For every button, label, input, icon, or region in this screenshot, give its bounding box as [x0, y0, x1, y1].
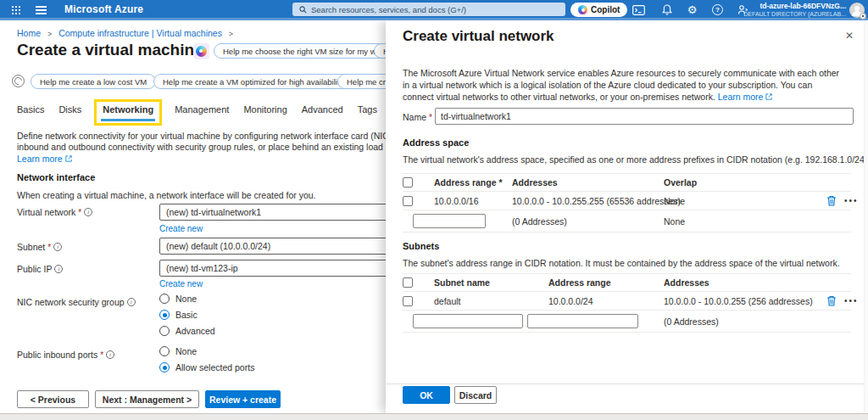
- inbound-ports-option-allow[interactable]: Allow selected ports: [159, 362, 254, 372]
- select-value: (new) default (10.0.0.0/24): [166, 241, 270, 251]
- breadcrumb-home[interactable]: Home: [17, 28, 41, 38]
- address-range-value: 10.0.0.0/16: [434, 196, 479, 206]
- col-subnet-name: Subnet name: [434, 277, 490, 288]
- panel-description-text: The Microsoft Azure Virtual Network serv…: [403, 68, 839, 102]
- copilot-suggestion-pill[interactable]: Help me create a low cost VM: [31, 74, 156, 89]
- virtual-network-create-new-link[interactable]: Create new: [159, 224, 203, 233]
- account-info[interactable]: td-azure-lab-66DFVNzG... DEFAULT DIRECTO…: [743, 3, 846, 18]
- copilot-button[interactable]: Copilot: [570, 3, 627, 17]
- breadcrumb: Home > Compute infrastructure | Virtual …: [17, 28, 237, 38]
- copilot-suggestion-pill[interactable]: Help me create a VM optimized for high a…: [153, 74, 353, 89]
- ok-button[interactable]: OK: [403, 386, 450, 404]
- info-icon[interactable]: i: [127, 298, 136, 306]
- tab-advanced[interactable]: Advanced: [302, 100, 343, 122]
- more-menu-icon[interactable]: ···: [174, 48, 186, 58]
- nic-nsg-option-none[interactable]: None: [159, 294, 197, 304]
- radio-label: Advanced: [175, 326, 215, 336]
- public-ip-create-new-link[interactable]: Create new: [159, 279, 203, 288]
- required-asterisk: *: [47, 243, 51, 252]
- hamburger-menu-icon[interactable]: [36, 6, 47, 8]
- new-subnet-range-input[interactable]: [527, 314, 638, 328]
- radio-selected-icon[interactable]: [159, 362, 170, 372]
- network-interface-heading: Network interface: [17, 172, 95, 182]
- radio-icon[interactable]: [159, 326, 170, 336]
- address-space-desc: The virtual network's address space, spe…: [403, 154, 868, 165]
- chevron-sep-icon: >: [225, 30, 237, 38]
- network-interface-desc: When creating a virtual machine, a netwo…: [17, 190, 316, 200]
- discard-button[interactable]: Discard: [454, 386, 497, 404]
- chevron-sep-icon: >: [43, 30, 56, 38]
- new-address-range-input[interactable]: [413, 214, 486, 228]
- info-icon[interactable]: i: [106, 350, 114, 359]
- pill-label: Help me create a VM optimized for high a…: [163, 77, 343, 87]
- breadcrumb-virtual-machines[interactable]: Compute infrastructure | Virtual machine…: [58, 28, 222, 38]
- avatar[interactable]: [849, 3, 865, 18]
- delete-trash-icon[interactable]: [826, 195, 837, 206]
- info-icon[interactable]: i: [54, 265, 63, 273]
- radio-selected-icon[interactable]: [159, 310, 170, 320]
- col-addresses: Addresses: [512, 177, 558, 188]
- subnet-name-value: default: [434, 296, 461, 306]
- search-placeholder: Search resources, services, and docs (G+…: [311, 5, 466, 14]
- account-name: td-azure-lab-66DFVNzG...: [743, 3, 846, 11]
- notifications-bell-icon[interactable]: [659, 3, 674, 17]
- tab-tags[interactable]: Tags: [358, 100, 377, 122]
- settings-gear-icon[interactable]: ⚙: [685, 3, 699, 17]
- select-all-checkbox[interactable]: [403, 177, 413, 188]
- new-subnet-name-input[interactable]: [413, 314, 523, 328]
- subnets-header-row: Subnet name Address range Addresses: [403, 273, 851, 292]
- cloud-shell-icon[interactable]: [632, 3, 646, 17]
- learn-more-link[interactable]: Learn more: [718, 92, 764, 102]
- tab-networking[interactable]: Networking: [94, 99, 162, 126]
- tab-disks[interactable]: Disks: [58, 100, 81, 122]
- col-addresses: Addresses: [664, 277, 709, 288]
- next-management-button[interactable]: Next : Management >: [95, 390, 199, 408]
- tab-basics[interactable]: Basics: [17, 100, 44, 122]
- vnet-name-input[interactable]: [435, 108, 854, 125]
- info-icon[interactable]: i: [53, 243, 62, 251]
- close-icon[interactable]: ✕: [843, 29, 856, 42]
- addresses-value: 10.0.0.0 - 10.0.255.255 (65536 addresses…: [512, 196, 681, 206]
- tab-management[interactable]: Management: [175, 100, 229, 122]
- col-overlap: Overlap: [664, 177, 697, 188]
- app-launcher-icon[interactable]: [12, 6, 14, 8]
- address-space-header-row: Address range * Addresses Overlap: [403, 173, 851, 192]
- address-space-heading: Address space: [403, 137, 469, 148]
- tab-monitoring[interactable]: Monitoring: [243, 100, 287, 122]
- global-search-input[interactable]: Search resources, services, and docs (G+…: [292, 3, 565, 16]
- button-label: Discard: [459, 390, 492, 400]
- nic-nsg-option-basic[interactable]: Basic: [159, 310, 198, 320]
- row-more-menu-icon[interactable]: •••: [844, 196, 859, 205]
- bottom-strip: [0, 413, 868, 420]
- button-label: Review + create: [209, 395, 276, 405]
- button-label: OK: [420, 390, 433, 400]
- delete-trash-icon[interactable]: [826, 295, 837, 306]
- inbound-ports-option-none[interactable]: None: [159, 346, 197, 356]
- previous-button[interactable]: < Previous: [17, 390, 89, 408]
- review-create-button[interactable]: Review + create: [205, 390, 281, 408]
- help-icon[interactable]: ?: [710, 3, 725, 17]
- row-checkbox[interactable]: [403, 296, 413, 306]
- external-link-icon: [65, 155, 72, 162]
- select-all-checkbox[interactable]: [403, 277, 413, 288]
- select-value: (new) td-virtualnetwork1: [166, 207, 261, 217]
- info-icon[interactable]: i: [84, 208, 92, 216]
- nic-nsg-option-advanced[interactable]: Advanced: [159, 326, 215, 336]
- new-overlap-value: None: [664, 216, 685, 227]
- learn-more-link[interactable]: Learn more: [17, 154, 72, 164]
- copilot-badge[interactable]: [193, 43, 209, 59]
- radio-icon[interactable]: [159, 294, 170, 304]
- panel-scrollbar[interactable]: [864, 20, 868, 413]
- required-asterisk: *: [78, 208, 81, 217]
- overlap-value: None: [664, 196, 685, 206]
- new-addresses-value: (0 Addresses): [512, 216, 567, 227]
- row-more-menu-icon[interactable]: •••: [844, 296, 859, 305]
- col-address-range: Address range *: [434, 177, 503, 188]
- inbound-ports-label: Public inbound ports * i: [17, 350, 114, 360]
- brand-title[interactable]: Microsoft Azure: [64, 3, 143, 15]
- panel-description: The Microsoft Azure Virtual Network serv…: [403, 67, 843, 103]
- radio-label: Basic: [175, 310, 198, 320]
- row-checkbox[interactable]: [403, 196, 413, 206]
- radio-icon[interactable]: [159, 346, 170, 356]
- subnet-row: default 10.0.0.0/24 10.0.0.0 - 10.0.0.25…: [403, 292, 851, 311]
